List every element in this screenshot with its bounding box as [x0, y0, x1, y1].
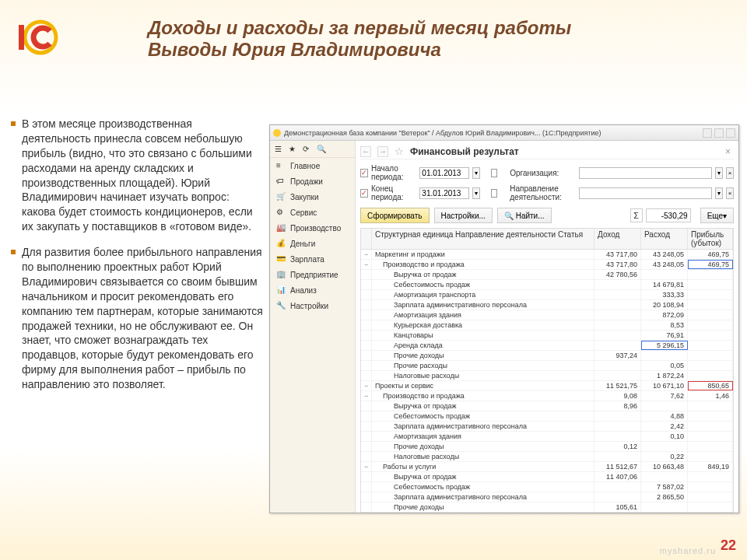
sidebar-label: Производство — [290, 224, 341, 233]
row-income — [594, 452, 641, 461]
grid-row[interactable]: −Производство и продажа43 717,8043 248,0… — [361, 260, 733, 270]
row-name: Зарплата административного персонала — [372, 422, 594, 431]
tree-toggle-icon — [361, 351, 372, 360]
row-name: Выручка от продаж — [372, 401, 594, 411]
tree-toggle-icon — [361, 502, 372, 512]
settings-button[interactable]: Настройки... — [434, 208, 493, 223]
nav-back-icon[interactable]: ← — [360, 146, 371, 157]
grid-row[interactable]: Себестоимость продаж7 587,02 — [361, 482, 733, 492]
tab-close-icon[interactable]: × — [722, 146, 734, 157]
grid-row[interactable]: Налоговые расходы0,22 — [361, 452, 733, 462]
sidebar-item-0[interactable]: ≡Главное — [270, 158, 355, 173]
sidebar-item-8[interactable]: 📊Анализ — [270, 282, 355, 298]
row-expense — [641, 502, 688, 512]
row-name: Прочие доходы — [372, 502, 594, 512]
tree-toggle-icon[interactable]: − — [361, 462, 372, 471]
grid-row[interactable]: Прочие расходы0,05 — [361, 361, 733, 371]
grid-row[interactable]: −Работы и услуги11 512,6710 663,48849,19 — [361, 462, 733, 472]
grid-row[interactable]: Выручка от продаж42 780,56 — [361, 270, 733, 280]
grid-row[interactable]: Аренда склада5 296,15 — [361, 341, 733, 351]
hamburger-icon[interactable]: ☰ — [275, 145, 284, 154]
tree-toggle-icon — [361, 371, 372, 380]
grid-row[interactable]: Себестоимость продаж14 679,81 — [361, 280, 733, 290]
row-expense: 7 587,02 — [641, 482, 688, 492]
grid-row[interactable]: Выручка от продаж8,96 — [361, 401, 733, 411]
tree-toggle-icon[interactable]: − — [361, 250, 372, 259]
row-name: Налоговые расходы — [372, 452, 594, 461]
org-checkbox[interactable] — [491, 169, 497, 177]
tree-toggle-icon[interactable]: − — [361, 260, 372, 269]
period-end-input[interactable] — [419, 187, 469, 199]
direction-checkbox[interactable] — [491, 189, 497, 198]
sidebar-label: Деньги — [290, 240, 315, 248]
org-clear-icon[interactable]: × — [726, 167, 734, 179]
sum-icon[interactable]: Σ — [630, 208, 643, 222]
row-income: 0,12 — [594, 442, 641, 451]
sidebar-item-9[interactable]: 🔧Настройки — [270, 298, 355, 313]
grid-row[interactable]: Себестоимость продаж4,88 — [361, 411, 733, 422]
window-min-icon[interactable] — [703, 128, 712, 138]
tree-toggle-icon[interactable]: − — [361, 391, 372, 401]
calendar-icon[interactable]: ▾ — [472, 187, 480, 199]
sidebar-item-7[interactable]: 🏢Предприятие — [270, 267, 355, 282]
tree-toggle-icon — [361, 361, 372, 370]
org-input[interactable] — [579, 167, 712, 179]
direction-clear-icon[interactable]: × — [726, 187, 734, 199]
more-button[interactable]: Еще ▾ — [700, 208, 734, 223]
sidebar-item-2[interactable]: 🛒Закупки — [270, 189, 355, 205]
page-number: 22 — [721, 537, 736, 554]
sidebar-item-6[interactable]: 💳Зарплата — [270, 251, 355, 267]
grid-row[interactable]: Прочие доходы105,61 — [361, 502, 733, 513]
generate-button[interactable]: Сформировать — [360, 208, 430, 223]
window-max-icon[interactable] — [714, 128, 724, 138]
grid-row[interactable]: Выручка от продаж11 407,06 — [361, 472, 733, 482]
row-expense: 4,88 — [641, 411, 688, 421]
header-expense: Расход — [641, 229, 688, 249]
grid-row[interactable]: Амортизация транспорта333,33 — [361, 290, 733, 300]
direction-dropdown-icon[interactable]: ▾ — [715, 187, 723, 199]
window-close-icon[interactable] — [726, 128, 735, 138]
period-end-checkbox[interactable]: ✓ — [360, 189, 368, 198]
grid-row[interactable]: Налоговые расходы1 872,24 — [361, 371, 733, 381]
app-icon — [273, 129, 281, 137]
grid-row[interactable]: Курьерская доставка8,53 — [361, 320, 733, 331]
period-start-checkbox[interactable]: ✓ — [360, 169, 368, 177]
org-dropdown-icon[interactable]: ▾ — [715, 167, 723, 179]
sidebar-item-3[interactable]: ⚙Сервис — [270, 205, 355, 220]
grid-row[interactable]: Амортизация здания0,10 — [361, 432, 733, 442]
history-icon[interactable]: ⟳ — [303, 145, 312, 154]
find-button[interactable]: 🔍 Найти... — [497, 208, 552, 223]
find-icon: 🔍 — [504, 212, 514, 220]
grid-row[interactable]: Зарплата административного персонала2 86… — [361, 492, 733, 502]
grid-row[interactable]: Зарплата административного персонала20 1… — [361, 300, 733, 310]
search-icon[interactable]: 🔍 — [317, 145, 326, 154]
grid-row[interactable]: −Производство и продажа9,087,621,46 — [361, 391, 733, 401]
row-name: Аренда склада — [372, 341, 594, 350]
row-profit — [688, 300, 733, 310]
direction-input[interactable] — [579, 187, 712, 199]
tree-toggle-icon[interactable]: − — [361, 381, 372, 390]
sum-value[interactable] — [646, 208, 691, 222]
grid-row[interactable]: Прочие доходы0,12 — [361, 442, 733, 452]
sidebar-item-1[interactable]: 🏷Продажи — [270, 173, 355, 189]
row-profit — [688, 492, 733, 502]
grid-row[interactable]: Прочие доходы937,24 — [361, 351, 733, 361]
grid-row[interactable]: −Маркетинг и продажи43 717,8043 248,0546… — [361, 250, 733, 260]
sidebar-item-4[interactable]: 🏭Производство — [270, 220, 355, 236]
grid-row[interactable]: −Проекты и сервис11 521,7510 671,10850,6… — [361, 381, 733, 391]
grid-row[interactable]: Канцтовары76,91 — [361, 331, 733, 341]
grid-row[interactable]: Амортизация здания872,09 — [361, 310, 733, 320]
row-name: Амортизация транспорта — [372, 290, 594, 299]
grid-row[interactable]: Зарплата административного персонала2,42 — [361, 422, 733, 432]
nav-fwd-icon[interactable]: → — [377, 146, 388, 157]
period-start-input[interactable] — [419, 167, 469, 179]
star-icon[interactable]: ★ — [289, 145, 298, 154]
row-income — [594, 492, 641, 502]
row-profit — [688, 401, 733, 411]
sidebar-item-5[interactable]: 💰Деньги — [270, 236, 355, 251]
favorite-icon[interactable]: ☆ — [395, 145, 404, 157]
tree-toggle-icon — [361, 472, 372, 481]
calendar-icon[interactable]: ▾ — [472, 167, 480, 179]
row-income — [594, 422, 641, 431]
row-profit: 850,65 — [688, 381, 733, 390]
